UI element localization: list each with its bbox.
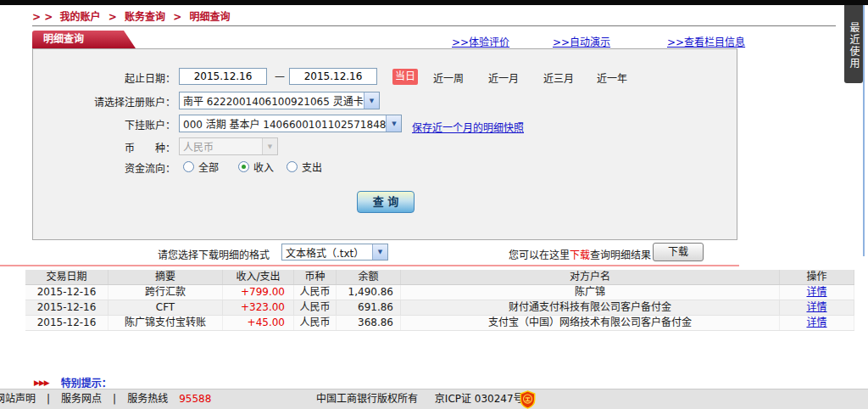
cell-amount: +799.00 <box>223 285 294 300</box>
download-hint-post: 查询明细结果 <box>590 249 651 261</box>
experience-rating-link[interactable]: >>体验评价 <box>452 34 509 48</box>
registered-account-select[interactable]: 南平 6222001406100921065 灵通卡 ▼ <box>179 92 380 109</box>
breadcrumb-prefix: > > <box>32 11 53 23</box>
query-form-panel: 起止日期： — 当日 近一周 近一月 近三月 近一年 请选择注册账户： 南平 6… <box>32 48 737 240</box>
currency-value: 人民币 <box>183 139 214 154</box>
cell-currency: 人民币 <box>294 285 337 300</box>
flow-option-income[interactable]: 收入 <box>238 160 274 174</box>
footer-separator: | <box>113 389 116 408</box>
range-quarter-button[interactable]: 近三月 <box>543 70 574 85</box>
cell-balance: 691.86 <box>337 300 401 315</box>
site-statement-link[interactable]: 网站声明 <box>0 389 36 408</box>
auto-demo-link[interactable]: >>自动演示 <box>553 34 610 48</box>
table-row: 2015-12-16 陈广锦支付宝转账 +45.00 人民币 368.86 支付… <box>25 316 854 331</box>
cell-summary: 跨行汇款 <box>108 285 223 300</box>
range-today-button[interactable]: 当日 <box>392 69 418 85</box>
chevron-down-icon: ▼ <box>386 115 401 132</box>
col-header-balance: 余额 <box>337 270 401 284</box>
icp-badge-icon <box>519 390 537 409</box>
footer-links: 网站声明 | 服务网点 | 服务热线 95588 <box>0 389 211 408</box>
icp-license: 京ICP证 030247号 <box>435 393 524 405</box>
breadcrumb: > > 我的账户 > 账务查询 > 明细查询 <box>32 8 233 23</box>
cell-date: 2015-12-16 <box>25 285 108 300</box>
cell-currency: 人民币 <box>294 300 337 315</box>
range-month-button[interactable]: 近一月 <box>488 70 519 85</box>
flow-option-expense[interactable]: 支出 <box>287 160 322 174</box>
download-hint-highlight: 下载 <box>570 249 590 261</box>
cell-date: 2015-12-16 <box>25 300 108 315</box>
detail-link[interactable]: 详情 <box>806 317 826 328</box>
fund-flow-label: 资金流向： <box>33 160 175 175</box>
cell-counterparty: 支付宝（中国）网络技术有限公司客户备付金 <box>401 316 780 330</box>
download-button[interactable]: 下载 <box>653 243 704 261</box>
download-format-select[interactable]: 文本格式（.txt） ▼ <box>281 244 388 261</box>
download-format-label: 请您选择下载明细的格式 <box>158 247 270 261</box>
table-header-row: 交易日期 摘要 收入/支出 币种 余额 对方户名 操作 <box>25 270 854 285</box>
range-week-button[interactable]: 近一周 <box>433 70 464 85</box>
chevron-down-icon: ▼ <box>262 138 277 154</box>
detail-link[interactable]: 详情 <box>806 301 826 313</box>
col-header-amount: 收入/支出 <box>223 270 294 284</box>
header-divider <box>32 25 836 26</box>
currency-select: 人民币 ▼ <box>179 137 278 155</box>
date-range-label: 起止日期： <box>33 70 175 85</box>
footer-bar: 网站声明 | 服务网点 | 服务热线 95588 中国工商银行版权所有 京ICP… <box>0 389 868 409</box>
cell-counterparty: 财付通支付科技有限公司客户备付金 <box>401 300 780 315</box>
snapshot-link[interactable]: 保存近一个月的明细快照 <box>412 120 524 134</box>
detail-link[interactable]: 详情 <box>806 286 826 298</box>
cell-counterparty: 陈广锦 <box>401 285 780 300</box>
hotline-number: 95588 <box>179 389 211 408</box>
flow-option-expense-label: 支出 <box>302 160 322 174</box>
col-header-summary: 摘要 <box>108 270 223 284</box>
radio-icon <box>287 161 298 172</box>
date-dash: — <box>275 70 285 82</box>
breadcrumb-separator: > <box>173 11 181 23</box>
currency-label: 币 种： <box>33 140 175 154</box>
col-header-date: 交易日期 <box>25 270 108 284</box>
service-outlets-link[interactable]: 服务网点 <box>61 389 102 408</box>
cell-balance: 1,490.86 <box>337 285 401 300</box>
table-row: 2015-12-16 CFT +323.00 人民币 691.86 财付通支付科… <box>25 300 854 316</box>
date-from-input[interactable] <box>179 68 267 85</box>
right-edge-line <box>863 5 865 256</box>
cell-amount: +323.00 <box>223 300 294 315</box>
breadcrumb-my-account[interactable]: 我的账户 <box>59 11 100 23</box>
transactions-table: 交易日期 摘要 收入/支出 币种 余额 对方户名 操作 2015-12-16 跨… <box>25 270 854 331</box>
tab-detail-query: 明细查询 <box>32 31 136 48</box>
sub-account-label: 下挂账户： <box>33 117 175 132</box>
range-year-button[interactable]: 近一年 <box>597 70 627 85</box>
special-notice: ▶▶▶ 特别提示： <box>34 375 112 389</box>
registered-account-label: 请选择注册账户： <box>33 94 175 109</box>
radio-icon <box>183 161 194 172</box>
col-header-counterparty: 对方户名 <box>401 270 780 284</box>
cell-balance: 368.86 <box>337 316 401 330</box>
chevron-down-icon: ▼ <box>372 244 387 260</box>
download-hint: 您可以在这里下载查询明细结果 <box>509 247 651 261</box>
footer-copyright: 中国工商银行版权所有 京ICP证 030247号 <box>316 389 524 408</box>
breadcrumb-account-query[interactable]: 账务查询 <box>125 11 165 23</box>
special-notice-label: 特别提示： <box>61 375 112 389</box>
flow-option-all[interactable]: 全部 <box>183 160 219 174</box>
download-hint-pre: 您可以在这里 <box>509 249 570 261</box>
top-black-bar <box>0 0 868 5</box>
col-header-action: 操作 <box>780 270 854 284</box>
cell-summary: 陈广锦支付宝转账 <box>108 316 223 330</box>
footer-separator: | <box>47 389 50 408</box>
sub-account-value: 000 活期 基本户 1406600101102571848 <box>183 116 386 131</box>
flow-option-income-label: 收入 <box>253 160 274 174</box>
sub-account-select[interactable]: 000 活期 基本户 1406600101102571848 ▼ <box>179 115 402 132</box>
registered-account-value: 南平 6222001406100921065 灵通卡 <box>183 93 364 108</box>
flow-option-all-label: 全部 <box>198 160 219 174</box>
date-to-input[interactable] <box>289 68 377 85</box>
cell-date: 2015-12-16 <box>25 316 108 330</box>
triple-arrow-icon: ▶▶▶ <box>34 378 49 387</box>
breadcrumb-detail-query[interactable]: 明细查询 <box>189 11 230 23</box>
breadcrumb-separator: > <box>108 11 117 23</box>
query-button[interactable]: 查 询 <box>357 191 415 213</box>
download-format-value: 文本格式（.txt） <box>286 245 364 260</box>
column-info-link[interactable]: >>查看栏目信息 <box>667 34 745 48</box>
table-row: 2015-12-16 跨行汇款 +799.00 人民币 1,490.86 陈广锦… <box>25 285 854 300</box>
page: > > 我的账户 > 账务查询 > 明细查询 明细查询 >>体验评价 >>自动演… <box>0 0 868 409</box>
cell-currency: 人民币 <box>294 316 337 330</box>
recent-use-tab[interactable]: 最近使用 <box>844 5 863 83</box>
